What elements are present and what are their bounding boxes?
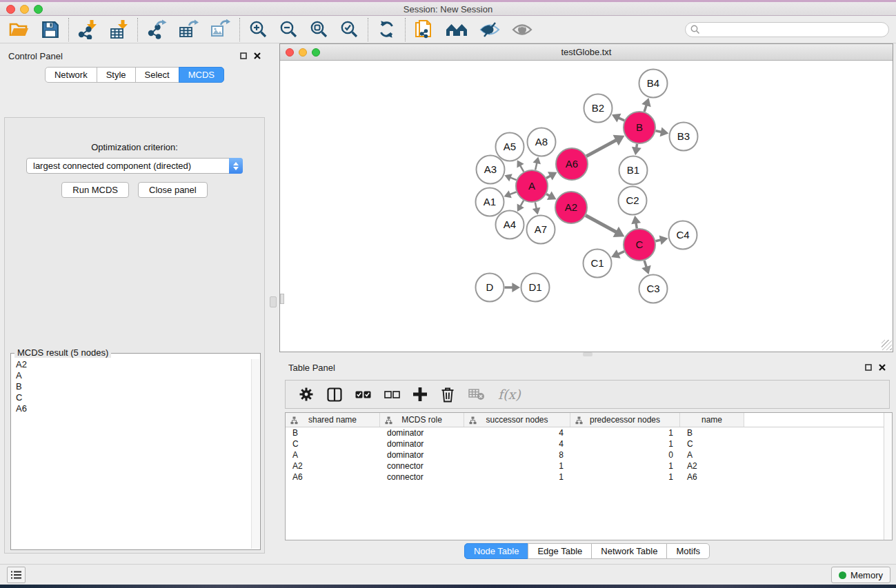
zoom-selected-button[interactable]	[340, 20, 359, 39]
column-header[interactable]: MCDS role	[380, 413, 464, 427]
import-network-button[interactable]	[78, 19, 97, 39]
open-file-button[interactable]	[9, 20, 30, 39]
graph-node-A[interactable]: A	[516, 170, 548, 202]
graph-node-A5[interactable]: A5	[496, 133, 524, 161]
result-scrollbar[interactable]	[251, 359, 259, 549]
search-box[interactable]	[685, 22, 889, 37]
show-column-button[interactable]	[327, 387, 342, 402]
column-header[interactable]: successor nodes	[464, 413, 570, 427]
graph-node-C1[interactable]: C1	[584, 250, 612, 278]
tab-network-table[interactable]: Network Table	[591, 543, 667, 559]
import-table-button[interactable]	[109, 19, 128, 39]
graph-edge-C-C4[interactable]	[655, 235, 668, 245]
table-row[interactable]: A2connector11A2	[286, 460, 892, 472]
graph-edge-A-A7[interactable]	[532, 203, 541, 215]
graph-node-A2[interactable]: A2	[555, 192, 587, 223]
mcds-result-item[interactable]: C	[12, 392, 251, 403]
zoom-in-button[interactable]	[249, 20, 268, 39]
network-canvas[interactable]: AA1A2A3A4A5A6A7A8BB1B2B3B4CC1C2C3C4DD1	[280, 61, 893, 351]
graph-edge-C-C3[interactable]	[641, 261, 650, 274]
canvas-side-handle[interactable]	[280, 294, 284, 304]
export-image-button[interactable]	[210, 19, 230, 39]
close-panel-icon[interactable]	[254, 52, 261, 59]
save-session-button[interactable]	[41, 21, 59, 39]
deselect-all-button[interactable]	[384, 391, 400, 398]
graph-edge-C-C2[interactable]	[631, 216, 641, 229]
tab-style[interactable]: Style	[97, 67, 136, 83]
mcds-result-item[interactable]: B	[12, 381, 251, 392]
network-graph[interactable]: AA1A2A3A4A5A6A7A8BB1B2B3B4CC1C2C3C4DD1	[280, 61, 893, 350]
graph-edge-A-A4[interactable]	[517, 201, 524, 212]
graph-node-A8[interactable]: A8	[528, 128, 556, 156]
memory-button[interactable]: Memory	[831, 567, 890, 583]
zoom-fit-button[interactable]	[310, 20, 328, 39]
network-window-titlebar[interactable]: testGlobe.txt	[280, 44, 893, 61]
table-row[interactable]: Cdominator41C	[286, 438, 892, 449]
column-header[interactable]: predecessor nodes	[570, 413, 680, 427]
export-table-button[interactable]	[179, 19, 199, 39]
graph-node-B3[interactable]: B3	[670, 123, 698, 151]
graph-node-A6[interactable]: A6	[556, 148, 588, 180]
graph-edge-A6-B[interactable]	[586, 135, 624, 156]
tab-mcds[interactable]: MCDS	[179, 67, 224, 83]
graph-edge-A-A3[interactable]	[504, 174, 516, 181]
export-network-button[interactable]	[147, 19, 167, 39]
graph-node-A4[interactable]: A4	[496, 211, 524, 239]
show-panel-list-button[interactable]	[7, 567, 26, 583]
table-settings-button[interactable]	[299, 387, 314, 402]
select-all-button[interactable]	[355, 391, 371, 398]
tab-edge-table[interactable]: Edge Table	[528, 543, 592, 559]
graph-edge-A2-C[interactable]	[586, 215, 624, 237]
refresh-button[interactable]	[377, 20, 396, 39]
show-graphics-details-button[interactable]	[512, 22, 532, 37]
add-column-button[interactable]	[413, 387, 427, 401]
table-row[interactable]: A6connector11A6	[286, 472, 892, 483]
home-button[interactable]	[446, 21, 468, 38]
graph-node-D1[interactable]: D1	[521, 274, 550, 302]
tab-node-table[interactable]: Node Table	[464, 543, 529, 559]
open-session-file-button[interactable]	[415, 19, 434, 40]
close-table-panel-icon[interactable]	[879, 364, 886, 371]
graph-edge-B-B2[interactable]	[612, 114, 624, 123]
graph-edge-B-B4[interactable]	[641, 98, 650, 112]
tab-network[interactable]: Network	[45, 67, 97, 83]
mcds-result-item[interactable]: A6	[12, 403, 251, 414]
close-panel-button[interactable]: Close panel	[138, 182, 208, 198]
zoom-out-button[interactable]	[279, 20, 298, 39]
graph-node-A1[interactable]: A1	[476, 188, 504, 216]
vertical-split-handle[interactable]	[270, 296, 277, 307]
graph-node-B[interactable]: B	[624, 112, 655, 143]
float-table-panel-icon[interactable]	[865, 364, 872, 371]
tab-motifs[interactable]: Motifs	[666, 543, 710, 559]
graph-node-D[interactable]: D	[476, 274, 504, 302]
graph-node-C[interactable]: C	[624, 229, 655, 261]
float-panel-icon[interactable]	[240, 52, 247, 59]
function-builder-button[interactable]: f(x)	[498, 387, 521, 402]
graph-node-C3[interactable]: C3	[639, 275, 668, 303]
search-input[interactable]	[700, 23, 888, 36]
table-scrollbar[interactable]	[884, 413, 892, 540]
delete-column-button[interactable]	[440, 387, 455, 403]
graph-edge-A-A2[interactable]	[546, 192, 556, 200]
graph-edge-A-A6[interactable]	[546, 172, 557, 180]
graph-node-B1[interactable]: B1	[619, 156, 648, 185]
column-header[interactable]: name	[680, 413, 744, 427]
graph-edge-C-C1[interactable]	[611, 250, 624, 258]
graph-node-A3[interactable]: A3	[477, 156, 505, 184]
column-header[interactable]: shared name	[286, 413, 380, 427]
hide-graphics-details-button[interactable]	[479, 21, 500, 39]
resize-grip-icon[interactable]	[882, 340, 892, 350]
tab-select[interactable]: Select	[135, 67, 179, 83]
delete-table-button[interactable]	[468, 388, 485, 401]
table-row[interactable]: Bdominator41B	[286, 427, 892, 438]
mcds-result-item[interactable]: A2	[12, 359, 251, 370]
graph-edge-D-D1[interactable]	[505, 283, 521, 292]
graph-node-B2[interactable]: B2	[584, 94, 613, 123]
graph-node-C4[interactable]: C4	[669, 221, 697, 250]
graph-edge-A-A8[interactable]	[532, 156, 540, 170]
run-mcds-button[interactable]: Run MCDS	[61, 182, 129, 198]
graph-edge-A-A1[interactable]	[504, 190, 517, 198]
graph-node-C2[interactable]: C2	[619, 187, 647, 215]
mcds-result-item[interactable]: A	[12, 370, 251, 381]
graph-edge-B-B3[interactable]	[656, 127, 669, 136]
